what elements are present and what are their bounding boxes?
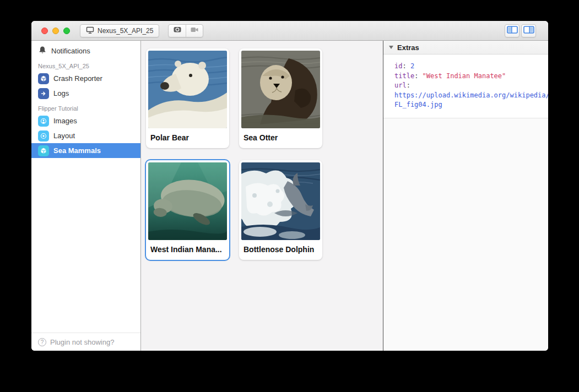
sidebar-item-label: Logs (53, 89, 69, 97)
sidebar-item-label: Crash Reporter (53, 74, 102, 83)
card-title: West Indian Mana... (146, 240, 229, 260)
json-string-value: "West Indian Manatee" (423, 72, 506, 80)
sidebar-item-label: Sea Mammals (53, 146, 101, 155)
card-title: Bottlenose Dolphin (239, 240, 322, 260)
toggle-left-sidebar-button[interactable] (505, 24, 520, 37)
video-camera-icon (190, 25, 199, 36)
zoom-button[interactable] (63, 28, 70, 34)
sidebar-item-logs[interactable]: Logs (31, 86, 140, 101)
window-titlebar: Nexus_5X_API_25 (31, 21, 548, 41)
card-sea-otter[interactable]: Sea Otter (239, 48, 322, 148)
json-url-value-line2: FL_fig04.jpg (394, 100, 548, 110)
right-sidebar-toggle-icon (523, 26, 534, 36)
plugin-sidebar: Notifications Nexus_5X_API_25 Crash Repo… (31, 41, 141, 351)
sea-mammals-gallery: Polar Bear (141, 41, 383, 351)
sidebar-item-layout[interactable]: Layout (31, 128, 140, 143)
sidebar-section-device: Nexus_5X_API_25 (38, 63, 134, 69)
sidebar-item-crash-reporter[interactable]: Crash Reporter (31, 71, 140, 86)
camera-icon (173, 25, 182, 36)
json-number-value: 2 (410, 62, 414, 70)
arrow-right-icon (38, 88, 49, 99)
manatee-image (148, 162, 227, 240)
card-title: Polar Bear (146, 128, 229, 148)
sidebar-item-images[interactable]: Images (31, 113, 140, 128)
sidebar-item-notifications[interactable]: Notifications (31, 43, 140, 58)
close-button[interactable] (41, 28, 48, 34)
sidebar-item-sea-mammals[interactable]: Sea Mammals (31, 143, 140, 158)
cube-icon (38, 145, 49, 156)
screen-record-button[interactable] (186, 25, 203, 37)
minimize-button[interactable] (52, 28, 59, 34)
extras-json-view: id: 2 title: "West Indian Manatee" url: … (383, 55, 548, 118)
sidebar-item-label: Notifications (51, 47, 90, 55)
cube-icon (38, 73, 49, 84)
target-icon (38, 130, 49, 141)
screenshot-button[interactable] (169, 25, 186, 37)
toggle-right-sidebar-button[interactable] (521, 24, 536, 37)
sidebar-section-tutorial: Flipper Tutorial (38, 105, 134, 112)
traffic-lights (41, 28, 70, 34)
user-circle-icon (38, 116, 49, 127)
device-tab-label: Nexus_5X_API_25 (98, 27, 153, 35)
bell-icon (38, 46, 47, 56)
question-circle-icon: ? (38, 338, 46, 346)
json-line-title: title: "West Indian Manatee" (394, 72, 548, 81)
flipper-window: Nexus_5X_API_25 (31, 21, 548, 351)
sidebar-item-label: Layout (53, 132, 75, 140)
dolphin-image (241, 162, 320, 240)
monitor-icon (86, 26, 94, 36)
extras-section-header[interactable]: Extras (383, 41, 548, 55)
polar-bear-image (148, 51, 227, 128)
capture-button-group (168, 24, 203, 37)
sidebar-item-label: Images (53, 117, 77, 125)
extras-title: Extras (397, 43, 419, 52)
device-tab[interactable]: Nexus_5X_API_25 (80, 24, 159, 37)
plugin-help-label: Plugin not showing? (50, 338, 114, 346)
card-bottlenose-dolphin[interactable]: Bottlenose Dolphin (239, 160, 322, 260)
card-polar-bear[interactable]: Polar Bear (146, 48, 229, 148)
triangle-down-icon (389, 46, 393, 49)
sea-otter-image (241, 51, 320, 128)
json-url-value-line1: https://upload.wikimedia.org/wikipedia/c… (394, 91, 548, 101)
plugin-help-link[interactable]: ? Plugin not showing? (31, 333, 140, 351)
json-line-url-key: url: (394, 81, 548, 91)
panel-toggle-group (505, 24, 536, 37)
card-title: Sea Otter (239, 128, 322, 148)
json-line-id: id: 2 (394, 62, 548, 72)
card-west-indian-manatee[interactable]: West Indian Mana... (146, 160, 229, 260)
left-sidebar-toggle-icon (507, 26, 518, 36)
extras-panel: Extras id: 2 title: "West Indian Manatee… (383, 41, 548, 351)
